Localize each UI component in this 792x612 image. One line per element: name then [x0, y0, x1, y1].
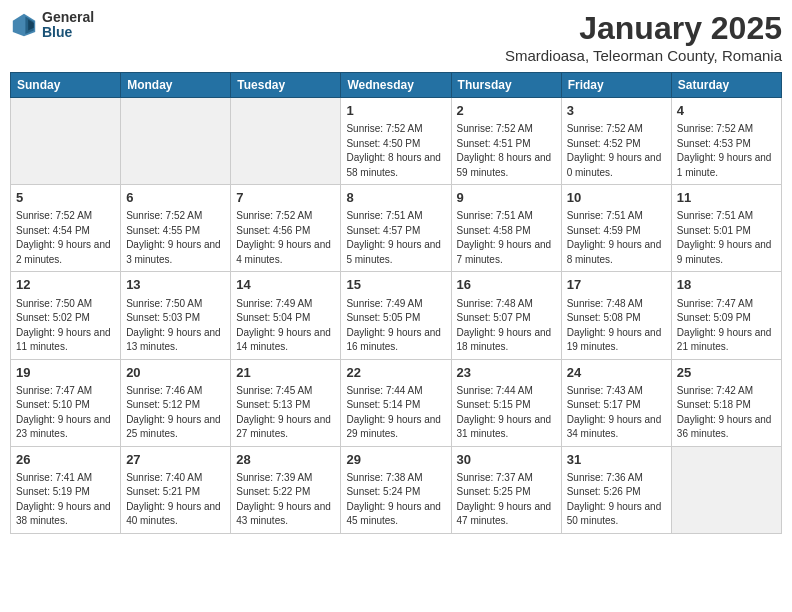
day-number: 16 — [457, 276, 556, 294]
page-header: General Blue January 2025 Smardioasa, Te… — [10, 10, 782, 64]
day-number: 18 — [677, 276, 776, 294]
calendar-day-cell: 10Sunrise: 7:51 AM Sunset: 4:59 PM Dayli… — [561, 185, 671, 272]
calendar-day-cell: 3Sunrise: 7:52 AM Sunset: 4:52 PM Daylig… — [561, 98, 671, 185]
day-number: 23 — [457, 364, 556, 382]
calendar-week-row: 12Sunrise: 7:50 AM Sunset: 5:02 PM Dayli… — [11, 272, 782, 359]
day-info: Sunrise: 7:46 AM Sunset: 5:12 PM Dayligh… — [126, 384, 225, 442]
calendar-day-cell: 18Sunrise: 7:47 AM Sunset: 5:09 PM Dayli… — [671, 272, 781, 359]
day-info: Sunrise: 7:42 AM Sunset: 5:18 PM Dayligh… — [677, 384, 776, 442]
day-info: Sunrise: 7:38 AM Sunset: 5:24 PM Dayligh… — [346, 471, 445, 529]
day-number: 8 — [346, 189, 445, 207]
day-number: 20 — [126, 364, 225, 382]
calendar-day-cell: 8Sunrise: 7:51 AM Sunset: 4:57 PM Daylig… — [341, 185, 451, 272]
calendar-day-cell: 5Sunrise: 7:52 AM Sunset: 4:54 PM Daylig… — [11, 185, 121, 272]
day-number: 31 — [567, 451, 666, 469]
calendar-day-cell: 26Sunrise: 7:41 AM Sunset: 5:19 PM Dayli… — [11, 446, 121, 533]
day-number: 3 — [567, 102, 666, 120]
day-number: 25 — [677, 364, 776, 382]
day-number: 24 — [567, 364, 666, 382]
day-info: Sunrise: 7:52 AM Sunset: 4:50 PM Dayligh… — [346, 122, 445, 180]
day-info: Sunrise: 7:43 AM Sunset: 5:17 PM Dayligh… — [567, 384, 666, 442]
month-title: January 2025 — [505, 10, 782, 47]
day-info: Sunrise: 7:52 AM Sunset: 4:51 PM Dayligh… — [457, 122, 556, 180]
day-number: 22 — [346, 364, 445, 382]
day-info: Sunrise: 7:51 AM Sunset: 5:01 PM Dayligh… — [677, 209, 776, 267]
day-number: 5 — [16, 189, 115, 207]
weekday-header: Thursday — [451, 73, 561, 98]
calendar-week-row: 19Sunrise: 7:47 AM Sunset: 5:10 PM Dayli… — [11, 359, 782, 446]
calendar-day-cell: 4Sunrise: 7:52 AM Sunset: 4:53 PM Daylig… — [671, 98, 781, 185]
day-info: Sunrise: 7:48 AM Sunset: 5:07 PM Dayligh… — [457, 297, 556, 355]
calendar-day-cell: 23Sunrise: 7:44 AM Sunset: 5:15 PM Dayli… — [451, 359, 561, 446]
calendar-day-cell: 1Sunrise: 7:52 AM Sunset: 4:50 PM Daylig… — [341, 98, 451, 185]
day-number: 19 — [16, 364, 115, 382]
weekday-header: Friday — [561, 73, 671, 98]
day-number: 17 — [567, 276, 666, 294]
title-block: January 2025 Smardioasa, Teleorman Count… — [505, 10, 782, 64]
day-number: 28 — [236, 451, 335, 469]
day-info: Sunrise: 7:37 AM Sunset: 5:25 PM Dayligh… — [457, 471, 556, 529]
calendar-day-cell: 14Sunrise: 7:49 AM Sunset: 5:04 PM Dayli… — [231, 272, 341, 359]
location-title: Smardioasa, Teleorman County, Romania — [505, 47, 782, 64]
weekday-header: Tuesday — [231, 73, 341, 98]
day-number: 9 — [457, 189, 556, 207]
day-number: 21 — [236, 364, 335, 382]
day-info: Sunrise: 7:52 AM Sunset: 4:54 PM Dayligh… — [16, 209, 115, 267]
calendar-day-cell: 12Sunrise: 7:50 AM Sunset: 5:02 PM Dayli… — [11, 272, 121, 359]
day-info: Sunrise: 7:47 AM Sunset: 5:09 PM Dayligh… — [677, 297, 776, 355]
calendar-day-cell: 15Sunrise: 7:49 AM Sunset: 5:05 PM Dayli… — [341, 272, 451, 359]
calendar-day-cell: 28Sunrise: 7:39 AM Sunset: 5:22 PM Dayli… — [231, 446, 341, 533]
calendar-day-cell: 21Sunrise: 7:45 AM Sunset: 5:13 PM Dayli… — [231, 359, 341, 446]
weekday-header: Saturday — [671, 73, 781, 98]
calendar-day-cell: 7Sunrise: 7:52 AM Sunset: 4:56 PM Daylig… — [231, 185, 341, 272]
calendar-day-cell: 22Sunrise: 7:44 AM Sunset: 5:14 PM Dayli… — [341, 359, 451, 446]
day-info: Sunrise: 7:52 AM Sunset: 4:53 PM Dayligh… — [677, 122, 776, 180]
calendar-table: SundayMondayTuesdayWednesdayThursdayFrid… — [10, 72, 782, 534]
calendar-day-cell: 17Sunrise: 7:48 AM Sunset: 5:08 PM Dayli… — [561, 272, 671, 359]
logo-general-text: General — [42, 10, 94, 25]
day-number: 30 — [457, 451, 556, 469]
day-info: Sunrise: 7:49 AM Sunset: 5:05 PM Dayligh… — [346, 297, 445, 355]
day-number: 11 — [677, 189, 776, 207]
logo-blue-text: Blue — [42, 25, 94, 40]
logo-icon — [10, 11, 38, 39]
day-info: Sunrise: 7:51 AM Sunset: 4:59 PM Dayligh… — [567, 209, 666, 267]
calendar-day-cell — [121, 98, 231, 185]
logo-text: General Blue — [42, 10, 94, 41]
day-number: 2 — [457, 102, 556, 120]
day-info: Sunrise: 7:51 AM Sunset: 4:57 PM Dayligh… — [346, 209, 445, 267]
day-info: Sunrise: 7:51 AM Sunset: 4:58 PM Dayligh… — [457, 209, 556, 267]
weekday-header: Monday — [121, 73, 231, 98]
day-info: Sunrise: 7:52 AM Sunset: 4:55 PM Dayligh… — [126, 209, 225, 267]
calendar-week-row: 26Sunrise: 7:41 AM Sunset: 5:19 PM Dayli… — [11, 446, 782, 533]
day-number: 1 — [346, 102, 445, 120]
day-info: Sunrise: 7:44 AM Sunset: 5:14 PM Dayligh… — [346, 384, 445, 442]
day-info: Sunrise: 7:40 AM Sunset: 5:21 PM Dayligh… — [126, 471, 225, 529]
calendar-day-cell — [11, 98, 121, 185]
day-number: 13 — [126, 276, 225, 294]
day-info: Sunrise: 7:39 AM Sunset: 5:22 PM Dayligh… — [236, 471, 335, 529]
calendar-day-cell — [231, 98, 341, 185]
day-number: 7 — [236, 189, 335, 207]
calendar-week-row: 5Sunrise: 7:52 AM Sunset: 4:54 PM Daylig… — [11, 185, 782, 272]
day-info: Sunrise: 7:47 AM Sunset: 5:10 PM Dayligh… — [16, 384, 115, 442]
day-info: Sunrise: 7:45 AM Sunset: 5:13 PM Dayligh… — [236, 384, 335, 442]
calendar-day-cell: 6Sunrise: 7:52 AM Sunset: 4:55 PM Daylig… — [121, 185, 231, 272]
day-info: Sunrise: 7:41 AM Sunset: 5:19 PM Dayligh… — [16, 471, 115, 529]
day-number: 15 — [346, 276, 445, 294]
day-number: 10 — [567, 189, 666, 207]
calendar-day-cell: 30Sunrise: 7:37 AM Sunset: 5:25 PM Dayli… — [451, 446, 561, 533]
calendar-week-row: 1Sunrise: 7:52 AM Sunset: 4:50 PM Daylig… — [11, 98, 782, 185]
day-info: Sunrise: 7:48 AM Sunset: 5:08 PM Dayligh… — [567, 297, 666, 355]
calendar-day-cell: 13Sunrise: 7:50 AM Sunset: 5:03 PM Dayli… — [121, 272, 231, 359]
day-number: 29 — [346, 451, 445, 469]
day-number: 4 — [677, 102, 776, 120]
calendar-day-cell — [671, 446, 781, 533]
calendar-day-cell: 29Sunrise: 7:38 AM Sunset: 5:24 PM Dayli… — [341, 446, 451, 533]
calendar-day-cell: 20Sunrise: 7:46 AM Sunset: 5:12 PM Dayli… — [121, 359, 231, 446]
day-number: 6 — [126, 189, 225, 207]
calendar-day-cell: 9Sunrise: 7:51 AM Sunset: 4:58 PM Daylig… — [451, 185, 561, 272]
day-number: 27 — [126, 451, 225, 469]
calendar-day-cell: 24Sunrise: 7:43 AM Sunset: 5:17 PM Dayli… — [561, 359, 671, 446]
calendar-day-cell: 27Sunrise: 7:40 AM Sunset: 5:21 PM Dayli… — [121, 446, 231, 533]
